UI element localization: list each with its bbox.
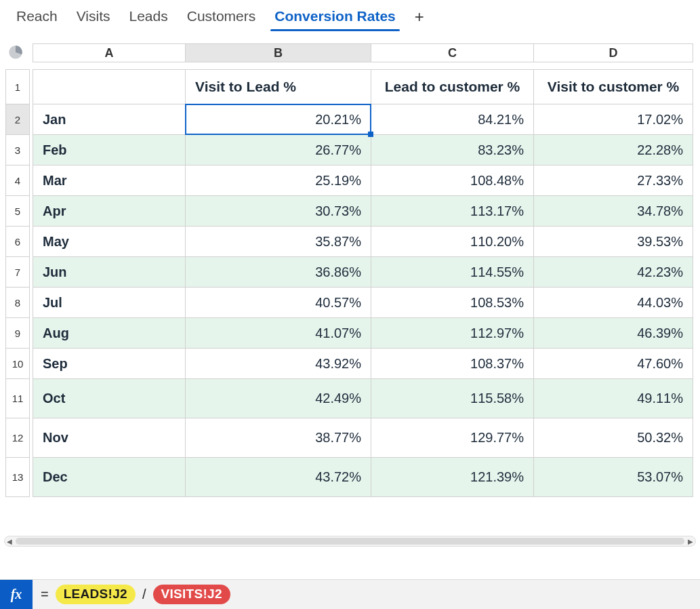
- fx-icon: fx: [11, 587, 22, 602]
- cell-a7[interactable]: Jun: [33, 257, 185, 288]
- cell-c6[interactable]: 110.20%: [371, 227, 533, 257]
- sheet-tab-strip: Reach Visits Leads Customers Conversion …: [0, 0, 700, 34]
- cell-d13[interactable]: 53.07%: [533, 458, 693, 497]
- scroll-left-icon[interactable]: ◀: [5, 538, 14, 545]
- fx-button[interactable]: fx: [0, 580, 33, 609]
- cell-b1[interactable]: Visit to Lead %: [185, 69, 371, 104]
- cell-d9[interactable]: 46.39%: [533, 318, 693, 349]
- row-header-10[interactable]: 10: [5, 349, 30, 379]
- cell-b9[interactable]: 41.07%: [185, 318, 371, 349]
- cell-a4[interactable]: Mar: [33, 165, 185, 196]
- cell-d6[interactable]: 39.53%: [533, 227, 693, 257]
- cell-a3[interactable]: Feb: [33, 135, 185, 165]
- row-header-6[interactable]: 6: [5, 227, 30, 257]
- row-header-1[interactable]: 1: [5, 69, 30, 104]
- cell-d1[interactable]: Visit to customer %: [533, 69, 693, 104]
- cell-a12[interactable]: Nov: [33, 418, 185, 458]
- tab-leads[interactable]: Leads: [120, 1, 178, 33]
- row-header-12[interactable]: 12: [5, 418, 30, 458]
- formula-input[interactable]: = LEADS!J2 / VISITS!J2: [33, 580, 700, 609]
- row-header-3[interactable]: 3: [5, 135, 30, 165]
- formula-divide: /: [140, 587, 149, 602]
- cell-a2[interactable]: Jan: [33, 104, 185, 135]
- select-all-corner[interactable]: [5, 43, 26, 61]
- formula-bar: fx = LEADS!J2 / VISITS!J2: [0, 579, 700, 609]
- cell-c7[interactable]: 114.55%: [371, 257, 533, 288]
- cell-b2[interactable]: 20.21%: [185, 104, 371, 135]
- cell-a9[interactable]: Aug: [33, 318, 185, 349]
- cell-b13[interactable]: 43.72%: [185, 458, 371, 497]
- row-header-9[interactable]: 9: [5, 318, 30, 349]
- cell-b4[interactable]: 25.19%: [185, 165, 371, 196]
- cell-b10[interactable]: 43.92%: [185, 349, 371, 379]
- row-header-2[interactable]: 2: [5, 104, 30, 135]
- cell-c12[interactable]: 129.77%: [371, 418, 533, 458]
- cell-d5[interactable]: 34.78%: [533, 196, 693, 227]
- cell-c4[interactable]: 108.48%: [371, 165, 533, 196]
- cell-d10[interactable]: 47.60%: [533, 349, 693, 379]
- formula-equals: =: [41, 587, 52, 602]
- row-headers: 12345678910111213: [5, 69, 30, 497]
- col-header-b[interactable]: B: [185, 43, 371, 62]
- tab-reach[interactable]: Reach: [7, 1, 67, 33]
- cell-c10[interactable]: 108.37%: [371, 349, 533, 379]
- cell-a10[interactable]: Sep: [33, 349, 185, 379]
- cell-a8[interactable]: Jul: [33, 288, 185, 318]
- cell-c9[interactable]: 112.97%: [371, 318, 533, 349]
- cell-b3[interactable]: 26.77%: [185, 135, 371, 165]
- cell-d7[interactable]: 42.23%: [533, 257, 693, 288]
- row-header-4[interactable]: 4: [5, 165, 30, 196]
- scroll-right-icon[interactable]: ▶: [686, 538, 695, 545]
- cell-b6[interactable]: 35.87%: [185, 227, 371, 257]
- col-header-a[interactable]: A: [33, 43, 185, 62]
- cell-b8[interactable]: 40.57%: [185, 288, 371, 318]
- horizontal-scrollbar[interactable]: ◀ ▶: [4, 536, 696, 547]
- cell-b11[interactable]: 42.49%: [185, 379, 371, 418]
- spreadsheet-area: A B C D 12345678910111213 Visit to Lead …: [0, 34, 700, 579]
- column-headers: A B C D: [33, 43, 693, 62]
- cells-grid: Visit to Lead %Lead to customer %Visit t…: [33, 69, 693, 497]
- cell-c11[interactable]: 115.58%: [371, 379, 533, 418]
- cell-a6[interactable]: May: [33, 227, 185, 257]
- col-header-c[interactable]: C: [371, 43, 533, 62]
- cell-c1[interactable]: Lead to customer %: [371, 69, 533, 104]
- cell-d2[interactable]: 17.02%: [533, 104, 693, 135]
- tab-customers[interactable]: Customers: [178, 1, 266, 33]
- scroll-thumb[interactable]: [16, 538, 684, 545]
- row-header-5[interactable]: 5: [5, 196, 30, 227]
- cell-c5[interactable]: 113.17%: [371, 196, 533, 227]
- cell-d3[interactable]: 22.28%: [533, 135, 693, 165]
- pie-icon: [7, 43, 24, 61]
- cell-a5[interactable]: Apr: [33, 196, 185, 227]
- cell-a13[interactable]: Dec: [33, 458, 185, 497]
- formula-ref-1: LEADS!J2: [56, 585, 136, 604]
- cell-a1[interactable]: [33, 69, 185, 104]
- cell-d4[interactable]: 27.33%: [533, 165, 693, 196]
- cell-b5[interactable]: 30.73%: [185, 196, 371, 227]
- row-header-7[interactable]: 7: [5, 257, 30, 288]
- col-header-d[interactable]: D: [533, 43, 693, 62]
- cell-b12[interactable]: 38.77%: [185, 418, 371, 458]
- cell-d12[interactable]: 50.32%: [533, 418, 693, 458]
- cell-b7[interactable]: 36.86%: [185, 257, 371, 288]
- cell-a11[interactable]: Oct: [33, 379, 185, 418]
- tab-visits[interactable]: Visits: [67, 1, 120, 33]
- cell-d8[interactable]: 44.03%: [533, 288, 693, 318]
- cell-d11[interactable]: 49.11%: [533, 379, 693, 418]
- cell-c3[interactable]: 83.23%: [371, 135, 533, 165]
- formula-ref-2: VISITS!J2: [153, 585, 230, 604]
- row-header-8[interactable]: 8: [5, 288, 30, 318]
- cell-c13[interactable]: 121.39%: [371, 458, 533, 497]
- tab-conversion-rates[interactable]: Conversion Rates: [265, 1, 405, 33]
- add-sheet-button[interactable]: +: [405, 3, 434, 31]
- cell-c8[interactable]: 108.53%: [371, 288, 533, 318]
- cell-c2[interactable]: 84.21%: [371, 104, 533, 135]
- row-header-13[interactable]: 13: [5, 458, 30, 497]
- row-header-11[interactable]: 11: [5, 379, 30, 418]
